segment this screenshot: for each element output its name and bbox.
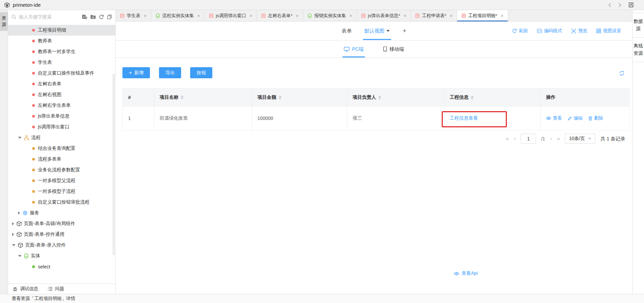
last-page-button[interactable]: » xyxy=(557,136,560,142)
close-icon[interactable]: × xyxy=(404,13,406,18)
refresh-icon[interactable] xyxy=(99,14,104,19)
resources-rail-tab[interactable]: 资源 xyxy=(0,12,8,31)
next-page-button[interactable]: › xyxy=(550,136,552,142)
offline-resources-rail-tab[interactable]: 离线资源 xyxy=(633,38,644,62)
tree-node-page-input-controls[interactable]: 页面-表单-录入控件 xyxy=(8,240,115,251)
search-input[interactable] xyxy=(19,14,79,19)
custom-button[interactable]: 按钮 xyxy=(190,67,212,78)
tab-process-instance-entities[interactable]: 流程实例实体集 × xyxy=(151,10,205,21)
tree-item-select[interactable]: select xyxy=(8,261,115,272)
tree-item-project-detail[interactable]: 工程项目明细 xyxy=(8,25,115,36)
first-page-button[interactable]: « xyxy=(506,136,509,142)
prev-page-button[interactable]: ‹ xyxy=(514,136,516,142)
column-header-actions: 操作 xyxy=(541,88,629,106)
tree-item-teacher-students[interactable]: 教师表一对多学生 xyxy=(8,46,115,57)
cell-index: 1 xyxy=(123,106,154,130)
export-button[interactable]: 导出 xyxy=(159,67,181,78)
tree-item-biz-query-config[interactable]: 结合业务查询配置 xyxy=(8,143,115,154)
tree-item-one-to-many-child[interactable]: 一对多模型子流程 xyxy=(8,186,115,197)
refresh-button[interactable]: 刷新 xyxy=(512,28,528,34)
expand-caret-icon[interactable] xyxy=(18,137,21,139)
tab-mobile[interactable]: 移动端 xyxy=(383,46,404,52)
tree-item-left-tree-right-view[interactable]: 左树右视图 xyxy=(8,89,115,100)
delete-row-button[interactable]: 删除 xyxy=(588,115,603,121)
sort-icon[interactable] xyxy=(181,95,183,99)
engineering-info-link[interactable]: 工程信息查看 xyxy=(450,115,478,121)
tree-item-label: 左树右学生表单 xyxy=(38,102,71,109)
tree-item-biz-process-params[interactable]: 业务化流程参数配置 xyxy=(8,165,115,175)
view-settings-button[interactable]: 视图设置 xyxy=(596,28,621,34)
add-button[interactable]: + 新增 xyxy=(122,67,150,78)
tab-left-tree-right-form[interactable]: 左树右表单* × xyxy=(257,10,303,21)
problems-button[interactable]: 问题 xyxy=(48,286,64,292)
column-header-engineering-info[interactable]: 工程信息 xyxy=(444,88,541,106)
forward-button[interactable] xyxy=(618,3,622,7)
sort-icon[interactable] xyxy=(279,95,281,99)
tree-item-left-tree-student-form[interactable]: 左树右学生表单 xyxy=(8,100,115,111)
column-header-project-name[interactable]: 项目名称 xyxy=(154,88,252,106)
tab-pc[interactable]: PC端 xyxy=(344,46,364,52)
close-icon[interactable]: × xyxy=(500,13,503,18)
page-size-select[interactable]: 10条/页 xyxy=(565,134,595,144)
preview-button[interactable]: 预览 xyxy=(571,28,587,34)
tab-js-call-popup[interactable]: js调用弹出窗口 × xyxy=(205,10,257,21)
save-button[interactable] xyxy=(628,2,634,8)
tab-project-apply-form[interactable]: 工程申请表* × xyxy=(411,10,457,21)
chevron-down-icon[interactable] xyxy=(386,30,390,32)
tree-item-custom-window-buttons[interactable]: 自定义窗口操作按钮及事件 xyxy=(8,68,115,79)
tree-item-custom-approve-process[interactable]: 自定义窗口按钮审批流程 xyxy=(8,197,115,208)
tree-node-process[interactable]: 流程 xyxy=(8,132,115,143)
close-icon[interactable]: × xyxy=(296,13,299,18)
collapse-caret-icon[interactable] xyxy=(18,211,20,215)
tab-reimburse-instance-entities[interactable]: 报销实例实体集 × xyxy=(303,10,357,21)
tree-item-teacher-table[interactable]: 教师表 xyxy=(8,36,115,46)
close-icon[interactable]: × xyxy=(450,13,452,18)
expand-caret-icon[interactable] xyxy=(12,244,15,246)
tab-student-table[interactable]: 学生表 × xyxy=(116,10,151,21)
tree-node-services[interactable]: 服务 xyxy=(8,208,115,218)
back-button[interactable] xyxy=(608,3,611,7)
model-doc-icon[interactable]: 文 xyxy=(82,14,87,19)
sort-icon[interactable] xyxy=(378,95,381,99)
tree-node-page-advanced-layout[interactable]: 页面-表单-高级/布局组件 xyxy=(8,218,115,229)
close-icon[interactable]: × xyxy=(144,13,147,18)
sort-icon[interactable] xyxy=(471,95,474,99)
debug-info-button[interactable]: 调试信息 xyxy=(12,286,38,292)
tree-node-entity[interactable]: 实体 xyxy=(8,251,115,261)
default-view-tab[interactable]: 默认视图 xyxy=(364,28,390,34)
red-dot-icon xyxy=(32,40,35,42)
column-header-project-amount[interactable]: 项目金额 xyxy=(252,88,347,106)
tab-js-popup-form-info[interactable]: js弹出表单信息* × xyxy=(357,10,411,21)
close-icon[interactable]: × xyxy=(197,13,200,18)
sidebar-scrollbar[interactable] xyxy=(113,74,115,255)
tree-item-one-to-many-parent[interactable]: 一对多模型父流程 xyxy=(8,175,115,186)
datasource-rail-tab[interactable]: 数据源 xyxy=(633,13,644,38)
tree-node-page-common-controls[interactable]: 页面-表单-控件通用 xyxy=(8,229,115,240)
close-icon[interactable]: × xyxy=(250,13,252,18)
expand-caret-icon[interactable] xyxy=(18,255,21,257)
tree-item-student-table[interactable]: 学生表 xyxy=(8,57,115,68)
tab-label: js调用弹出窗口 xyxy=(216,13,246,19)
tab-project-detail[interactable]: 工程项目明细* × xyxy=(457,10,508,21)
tree-item-js-call-popup[interactable]: js调用弹出窗口 xyxy=(8,122,115,132)
form-icon xyxy=(361,13,366,18)
folder-add-icon[interactable] xyxy=(90,14,96,19)
tree-item-process-multi-form[interactable]: 流程多表单 xyxy=(8,154,115,165)
view-row-button[interactable]: 查看 xyxy=(546,115,562,121)
edit-row-button[interactable]: 编辑 xyxy=(568,115,583,121)
tree-item-js-popup-form-info[interactable]: js弹出表单信息 xyxy=(8,111,115,122)
tree-item-left-tree-right-form[interactable]: 左树右表单 xyxy=(8,79,115,89)
page-number-input[interactable]: 1 xyxy=(521,134,536,144)
tree-item-label: 自定义窗口操作按钮及事件 xyxy=(38,70,94,76)
view-label: 查看 xyxy=(553,115,562,121)
collapse-all-icon[interactable] xyxy=(107,14,112,19)
add-view-button[interactable]: + xyxy=(402,27,406,35)
view-api-link[interactable]: 查看Api xyxy=(454,270,478,276)
form-view-tab[interactable]: 表单 xyxy=(341,28,352,34)
code-mode-button[interactable]: 编码模式 xyxy=(537,28,562,34)
close-icon[interactable]: × xyxy=(350,13,352,18)
collapse-caret-icon[interactable] xyxy=(12,222,14,225)
sync-icon[interactable] xyxy=(619,71,625,76)
collapse-caret-icon[interactable] xyxy=(12,233,14,236)
column-header-project-owner[interactable]: 项目负责人 xyxy=(347,88,444,106)
